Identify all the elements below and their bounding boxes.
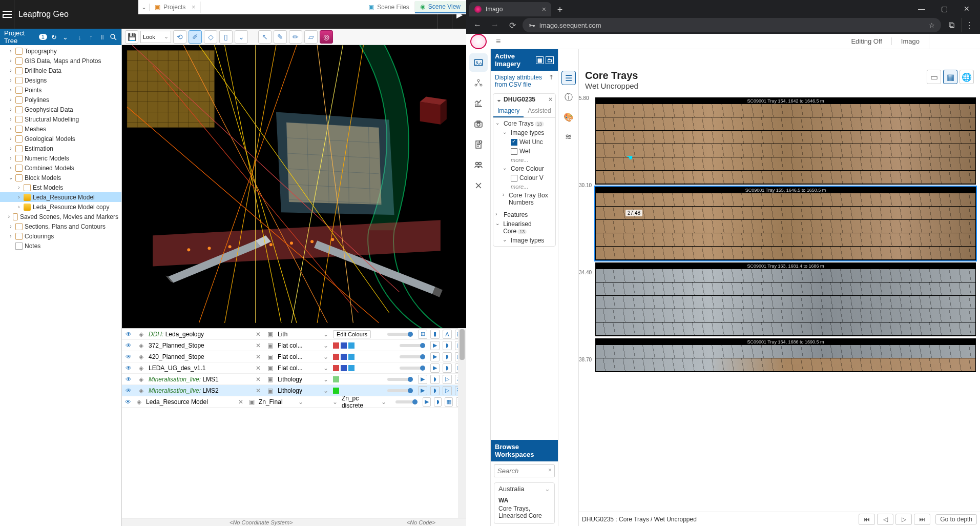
next-icon[interactable]: ▷: [895, 514, 912, 525]
editing-toggle[interactable]: Editing Off: [842, 37, 891, 45]
last-icon[interactable]: ⏭: [914, 514, 930, 525]
layer-action-semi[interactable]: ◗: [430, 386, 440, 395]
remove-layer-icon[interactable]: ✕: [254, 342, 262, 349]
checkbox-checked-icon[interactable]: [511, 139, 517, 146]
tree-core-trays[interactable]: ⌄Core Trays13: [493, 119, 555, 128]
layer-row[interactable]: 👁◈LEDA_UG_des_v1.1✕▣Flat col...⌄▶◗▷: [122, 362, 466, 374]
layer-type-icon[interactable]: ▣: [247, 398, 256, 406]
core-row[interactable]: [596, 131, 975, 144]
workspace-card[interactable]: Australia⌄ WA Core Trays, Linearised Cor…: [494, 482, 555, 524]
tree-node[interactable]: ›Sections, Plans and Contours: [0, 221, 121, 231]
palette-icon[interactable]: 🎨: [561, 110, 576, 124]
rail-document-icon[interactable]: [469, 135, 488, 154]
pointer-icon[interactable]: ↖: [258, 30, 272, 44]
core-row[interactable]: [596, 247, 975, 260]
tree-node[interactable]: ›Topography: [0, 46, 121, 56]
visibility-icon[interactable]: 👁: [124, 365, 133, 372]
tree-node[interactable]: ›Geophysical Data: [0, 105, 121, 114]
tree-node[interactable]: ›Designs: [0, 75, 121, 85]
layer-config-icon[interactable]: ◈: [135, 398, 143, 406]
maximize-icon[interactable]: ▢: [935, 3, 953, 14]
tree-node[interactable]: ›Points: [0, 85, 121, 95]
chevron-right-icon[interactable]: ›: [16, 194, 22, 200]
layer-config-icon[interactable]: ◈: [136, 365, 145, 372]
collapse-icon[interactable]: ↓: [76, 32, 84, 42]
tree-node[interactable]: ⌄Block Models: [0, 173, 121, 183]
chevron-right-icon[interactable]: ›: [7, 214, 11, 219]
layer-row[interactable]: 👁◈372_Planned_Stope✕▣Flat col...⌄▶◗▷: [122, 340, 466, 351]
layer-config-icon[interactable]: ◈: [136, 342, 145, 349]
opacity-slider[interactable]: [400, 367, 425, 370]
chevron-down-icon[interactable]: ⌄: [545, 485, 550, 493]
tree-node[interactable]: ›Est Models: [0, 183, 121, 192]
rail-users-icon[interactable]: [469, 156, 488, 174]
chevron-right-icon[interactable]: ›: [8, 155, 13, 161]
dropdown-icon[interactable]: ⌄: [331, 398, 339, 406]
tree-node[interactable]: ›Drillhole Data: [0, 66, 121, 75]
up-arrow-icon[interactable]: ↑: [87, 32, 95, 42]
dropdown-icon[interactable]: ⌄: [322, 376, 330, 383]
layer-action-play2[interactable]: ▷: [443, 375, 452, 384]
chevron-down-icon[interactable]: ⌄: [235, 30, 248, 44]
chevron-right-icon[interactable]: ›: [8, 58, 13, 64]
core-row[interactable]: [596, 345, 975, 358]
chevron-right-icon[interactable]: ›: [8, 97, 13, 103]
chevron-right-icon[interactable]: ›: [8, 48, 13, 54]
opacity-slider[interactable]: [387, 378, 413, 381]
chevron-right-icon[interactable]: ›: [16, 185, 22, 190]
layer-type-icon[interactable]: ▣: [265, 365, 275, 372]
globe-icon[interactable]: 🌐: [960, 70, 974, 84]
lasso-icon[interactable]: ◇: [204, 30, 217, 44]
layer-action-semi[interactable]: ◗: [443, 352, 452, 361]
tree-core-colour[interactable]: ⌄Core Colour: [493, 164, 555, 173]
workspace-body[interactable]: WA Core Trays, Linearised Core: [494, 495, 554, 523]
core-row[interactable]: [596, 157, 975, 171]
tree-node[interactable]: Notes: [0, 241, 121, 251]
target-icon[interactable]: ◎: [320, 30, 333, 44]
rail-network-icon[interactable]: [469, 74, 488, 92]
dropdown-icon[interactable]: ⌄: [138, 4, 150, 11]
layer-action-code[interactable]: ⊞: [418, 330, 427, 339]
extensions-icon[interactable]: ⧉: [944, 18, 958, 32]
tree-more-1[interactable]: more...: [493, 156, 555, 164]
core-row[interactable]: [596, 309, 975, 322]
chevron-right-icon[interactable]: ›: [8, 165, 13, 171]
layer-action-play[interactable]: ▶: [430, 352, 440, 361]
chevron-right-icon[interactable]: ›: [8, 77, 13, 83]
folder-icon[interactable]: 🗀: [546, 56, 554, 64]
layer-action-A[interactable]: A: [443, 330, 452, 339]
tree-node[interactable]: ›Estimation: [0, 144, 121, 153]
colour-swatch[interactable]: [333, 365, 339, 371]
layer-action-semi[interactable]: ◗: [434, 397, 442, 407]
rail-tools-icon[interactable]: [469, 176, 488, 195]
plane-icon[interactable]: ▯: [219, 30, 233, 44]
colour-swatch[interactable]: [341, 365, 347, 371]
layer-type-icon[interactable]: ▣: [265, 342, 275, 349]
info-icon[interactable]: ⓘ: [561, 90, 576, 105]
layer-action-semi[interactable]: ◗: [443, 363, 452, 373]
layer-attr2[interactable]: Zn_pc discrete: [342, 395, 377, 409]
address-bar[interactable]: 🗝 imago.seequent.com ☆: [523, 18, 941, 32]
menu-dots-icon[interactable]: ⋮: [962, 18, 976, 32]
core-row[interactable]: [596, 233, 975, 247]
pen-icon[interactable]: ✎: [274, 30, 287, 44]
checkbox-icon[interactable]: [511, 175, 517, 181]
chevron-right-icon[interactable]: ›: [8, 224, 13, 229]
remove-layer-icon[interactable]: ✕: [254, 353, 262, 360]
layer-action-play[interactable]: ▶: [418, 375, 427, 384]
core-row[interactable]: [596, 193, 975, 207]
core-row[interactable]: [596, 117, 975, 131]
colour-swatch[interactable]: [333, 354, 339, 360]
layer-action-play[interactable]: ▶: [430, 363, 440, 373]
chevron-right-icon[interactable]: ›: [8, 87, 13, 93]
scene-viewport[interactable]: [122, 45, 466, 328]
layer-action-play2[interactable]: ▷: [443, 386, 452, 395]
tab-scene-files[interactable]: ▣ Scene Files: [363, 2, 415, 13]
tree-more-2[interactable]: more...: [493, 183, 555, 191]
chevron-right-icon[interactable]: ›: [16, 204, 22, 210]
layer-attr[interactable]: Lithology: [278, 376, 319, 383]
dropdown-icon[interactable]: ⌄: [297, 398, 304, 406]
close-window-icon[interactable]: ✕: [957, 3, 976, 14]
tree-colour-v[interactable]: Colour V: [493, 173, 555, 183]
layer-attr[interactable]: Zn_Final: [259, 398, 294, 406]
